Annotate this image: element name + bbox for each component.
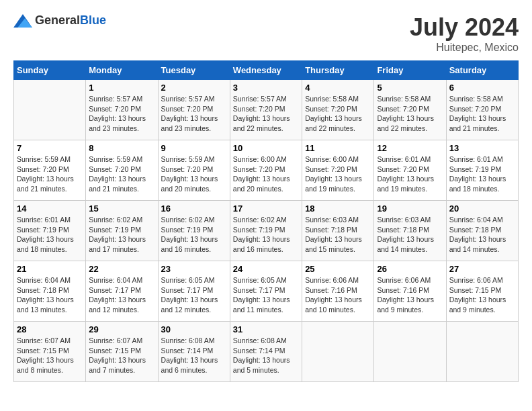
day-info: Sunrise: 6:06 AMSunset: 7:16 PMDaylight:…	[305, 275, 371, 315]
calendar-cell: 15Sunrise: 6:02 AMSunset: 7:19 PMDayligh…	[86, 201, 158, 261]
calendar-cell: 3Sunrise: 5:57 AMSunset: 7:20 PMDaylight…	[230, 80, 302, 140]
day-info: Sunrise: 5:59 AMSunset: 7:20 PMDaylight:…	[89, 154, 154, 194]
calendar-cell: 20Sunrise: 6:04 AMSunset: 7:18 PMDayligh…	[446, 201, 518, 261]
day-number: 4	[305, 83, 371, 93]
calendar-cell: 1Sunrise: 5:57 AMSunset: 7:20 PMDaylight…	[86, 80, 158, 140]
day-number: 6	[449, 83, 515, 93]
day-number: 21	[17, 264, 83, 274]
calendar-cell: 27Sunrise: 6:06 AMSunset: 7:15 PMDayligh…	[446, 261, 518, 322]
page-header: GeneralBlue July 2024 Huitepec, Mexico	[13, 13, 519, 54]
weekday-header: Sunday	[14, 61, 86, 80]
logo-blue-text: Blue	[80, 13, 106, 27]
day-info: Sunrise: 5:58 AMSunset: 7:20 PMDaylight:…	[305, 94, 371, 134]
day-number: 9	[161, 143, 227, 153]
calendar-cell	[446, 322, 518, 382]
day-info: Sunrise: 6:03 AMSunset: 7:18 PMDaylight:…	[377, 215, 443, 255]
calendar-cell	[374, 322, 446, 382]
calendar-week-row: 28Sunrise: 6:07 AMSunset: 7:15 PMDayligh…	[14, 322, 519, 382]
day-number: 26	[377, 264, 443, 274]
day-number: 28	[17, 324, 83, 334]
day-number: 11	[305, 143, 371, 153]
day-info: Sunrise: 6:04 AMSunset: 7:18 PMDaylight:…	[449, 215, 515, 255]
calendar-cell: 4Sunrise: 5:58 AMSunset: 7:20 PMDaylight…	[302, 80, 374, 140]
calendar-week-row: 1Sunrise: 5:57 AMSunset: 7:20 PMDaylight…	[14, 80, 519, 140]
day-info: Sunrise: 6:01 AMSunset: 7:19 PMDaylight:…	[449, 154, 515, 194]
calendar-cell: 28Sunrise: 6:07 AMSunset: 7:15 PMDayligh…	[14, 322, 86, 382]
day-number: 12	[377, 143, 443, 153]
day-info: Sunrise: 6:01 AMSunset: 7:20 PMDaylight:…	[377, 154, 443, 194]
day-info: Sunrise: 6:04 AMSunset: 7:18 PMDaylight:…	[17, 275, 83, 315]
day-info: Sunrise: 6:06 AMSunset: 7:16 PMDaylight:…	[377, 275, 443, 315]
day-info: Sunrise: 5:58 AMSunset: 7:20 PMDaylight:…	[449, 94, 515, 134]
day-number: 25	[305, 264, 371, 274]
day-number: 19	[377, 203, 443, 214]
calendar-header-row: SundayMondayTuesdayWednesdayThursdayFrid…	[14, 61, 519, 80]
day-number: 29	[89, 324, 154, 334]
day-info: Sunrise: 6:03 AMSunset: 7:18 PMDaylight:…	[305, 215, 371, 255]
day-info: Sunrise: 6:00 AMSunset: 7:20 PMDaylight:…	[305, 154, 371, 194]
day-number: 16	[161, 203, 227, 214]
day-number: 3	[233, 83, 299, 93]
day-number: 8	[89, 143, 154, 153]
calendar-cell: 6Sunrise: 5:58 AMSunset: 7:20 PMDaylight…	[446, 80, 518, 140]
calendar-cell: 7Sunrise: 5:59 AMSunset: 7:20 PMDaylight…	[14, 140, 86, 201]
calendar-cell: 30Sunrise: 6:08 AMSunset: 7:14 PMDayligh…	[158, 322, 230, 382]
calendar-cell: 10Sunrise: 6:00 AMSunset: 7:20 PMDayligh…	[230, 140, 302, 201]
day-number: 23	[161, 264, 227, 274]
day-info: Sunrise: 6:01 AMSunset: 7:19 PMDaylight:…	[17, 215, 83, 255]
day-info: Sunrise: 5:57 AMSunset: 7:20 PMDaylight:…	[233, 94, 299, 134]
day-info: Sunrise: 5:59 AMSunset: 7:20 PMDaylight:…	[17, 154, 83, 194]
day-number: 14	[17, 203, 83, 214]
calendar-cell: 12Sunrise: 6:01 AMSunset: 7:20 PMDayligh…	[374, 140, 446, 201]
day-number: 5	[377, 83, 443, 93]
day-info: Sunrise: 6:00 AMSunset: 7:20 PMDaylight:…	[233, 154, 299, 194]
calendar-cell: 18Sunrise: 6:03 AMSunset: 7:18 PMDayligh…	[302, 201, 374, 261]
day-info: Sunrise: 5:58 AMSunset: 7:20 PMDaylight:…	[377, 94, 443, 134]
calendar-cell: 14Sunrise: 6:01 AMSunset: 7:19 PMDayligh…	[14, 201, 86, 261]
calendar-cell: 31Sunrise: 6:08 AMSunset: 7:14 PMDayligh…	[230, 322, 302, 382]
day-info: Sunrise: 6:04 AMSunset: 7:17 PMDaylight:…	[89, 275, 154, 315]
calendar-cell: 5Sunrise: 5:58 AMSunset: 7:20 PMDaylight…	[374, 80, 446, 140]
weekday-header: Saturday	[446, 61, 518, 80]
day-number: 24	[233, 264, 299, 274]
day-info: Sunrise: 6:06 AMSunset: 7:15 PMDaylight:…	[449, 275, 515, 315]
day-number: 17	[233, 203, 299, 214]
day-number: 30	[161, 324, 227, 334]
calendar-week-row: 14Sunrise: 6:01 AMSunset: 7:19 PMDayligh…	[14, 201, 519, 261]
calendar-cell	[14, 80, 86, 140]
day-number: 10	[233, 143, 299, 153]
day-number: 20	[449, 203, 515, 214]
weekday-header: Friday	[374, 61, 446, 80]
calendar-cell: 11Sunrise: 6:00 AMSunset: 7:20 PMDayligh…	[302, 140, 374, 201]
calendar-cell: 22Sunrise: 6:04 AMSunset: 7:17 PMDayligh…	[86, 261, 158, 322]
day-number: 2	[161, 83, 227, 93]
day-number: 22	[89, 264, 154, 274]
calendar-table: SundayMondayTuesdayWednesdayThursdayFrid…	[13, 60, 519, 382]
logo: GeneralBlue	[13, 13, 106, 28]
day-info: Sunrise: 6:02 AMSunset: 7:19 PMDaylight:…	[89, 215, 154, 255]
calendar-cell: 26Sunrise: 6:06 AMSunset: 7:16 PMDayligh…	[374, 261, 446, 322]
day-info: Sunrise: 5:57 AMSunset: 7:20 PMDaylight:…	[89, 94, 154, 134]
day-number: 7	[17, 143, 83, 153]
calendar-week-row: 21Sunrise: 6:04 AMSunset: 7:18 PMDayligh…	[14, 261, 519, 322]
calendar-cell: 9Sunrise: 5:59 AMSunset: 7:20 PMDaylight…	[158, 140, 230, 201]
day-number: 13	[449, 143, 515, 153]
weekday-header: Monday	[86, 61, 158, 80]
day-info: Sunrise: 5:59 AMSunset: 7:20 PMDaylight:…	[161, 154, 227, 194]
day-info: Sunrise: 6:08 AMSunset: 7:14 PMDaylight:…	[161, 336, 227, 375]
calendar-cell: 17Sunrise: 6:02 AMSunset: 7:19 PMDayligh…	[230, 201, 302, 261]
calendar-cell: 29Sunrise: 6:07 AMSunset: 7:15 PMDayligh…	[86, 322, 158, 382]
month-year-title: July 2024	[410, 13, 519, 42]
calendar-cell: 16Sunrise: 6:02 AMSunset: 7:19 PMDayligh…	[158, 201, 230, 261]
day-info: Sunrise: 6:05 AMSunset: 7:17 PMDaylight:…	[161, 275, 227, 315]
day-number: 18	[305, 203, 371, 214]
calendar-cell: 23Sunrise: 6:05 AMSunset: 7:17 PMDayligh…	[158, 261, 230, 322]
day-info: Sunrise: 6:02 AMSunset: 7:19 PMDaylight:…	[233, 215, 299, 255]
title-block: July 2024 Huitepec, Mexico	[410, 13, 519, 54]
day-info: Sunrise: 6:08 AMSunset: 7:14 PMDaylight:…	[233, 336, 299, 375]
day-info: Sunrise: 6:07 AMSunset: 7:15 PMDaylight:…	[89, 336, 154, 375]
calendar-cell: 2Sunrise: 5:57 AMSunset: 7:20 PMDaylight…	[158, 80, 230, 140]
day-info: Sunrise: 6:07 AMSunset: 7:15 PMDaylight:…	[17, 336, 83, 375]
calendar-cell: 13Sunrise: 6:01 AMSunset: 7:19 PMDayligh…	[446, 140, 518, 201]
day-info: Sunrise: 6:05 AMSunset: 7:17 PMDaylight:…	[233, 275, 299, 315]
